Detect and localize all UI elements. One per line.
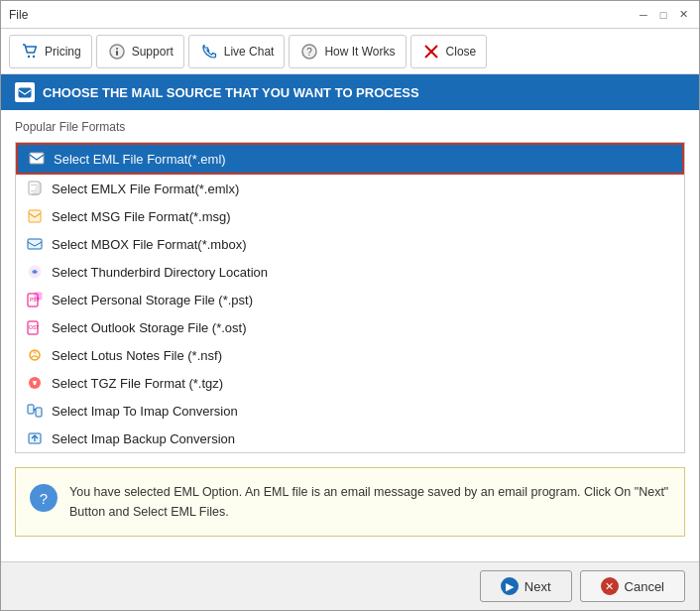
file-item-lotus[interactable]: Select Lotus Notes File (*.nsf) [16,341,684,369]
phone-icon [199,42,219,61]
svg-rect-25 [28,405,34,414]
toolbar: Pricing Support Live Chat [1,29,699,74]
imap-conv-label: Select Imap To Imap Conversion [52,404,238,419]
file-item-eml[interactable]: Select EML File Format(*.eml) [16,143,684,175]
cancel-button[interactable]: ✕ Cancel [580,570,685,602]
cancel-label: Cancel [625,579,664,594]
header-text: CHOOSE THE MAIL SOURCE THAT YOU WANT TO … [43,85,419,100]
info-box: ? You have selected EML Option. An EML f… [15,467,685,537]
live-chat-label: Live Chat [224,45,275,59]
info-circle-icon: ? [30,484,58,512]
close-button[interactable]: Close [410,35,488,68]
emlx-label: Select EMLX File Format(*.emlx) [52,182,239,196]
live-chat-button[interactable]: Live Chat [188,35,286,68]
svg-rect-15 [28,239,42,249]
cart-icon [20,42,40,61]
info-text: You have selected EML Option. An EML fil… [69,482,670,522]
ost-icon: OST [26,318,44,336]
close-label: Close [446,45,477,59]
mbox-label: Select MBOX File Format(*.mbox) [52,237,247,252]
thunderbird-label: Select Thunderbird Directory Location [52,265,268,280]
imap-conv-icon [26,402,44,420]
imap-backup-icon [26,429,44,447]
thunderbird-icon [26,263,44,281]
file-item-imap-conv[interactable]: Select Imap To Imap Conversion [16,397,684,425]
support-label: Support [132,45,174,59]
file-item-ost[interactable]: OST Select Outlook Storage File (*.ost) [16,313,684,341]
file-list: Select EML File Format(*.eml) Select EML… [15,142,685,453]
x-plane-icon [421,42,441,61]
svg-text:?: ? [307,47,313,58]
tgz-icon [26,374,44,392]
pricing-button[interactable]: Pricing [9,35,92,68]
pricing-label: Pricing [45,45,81,59]
msg-icon [26,207,44,225]
lotus-label: Select Lotus Notes File (*.nsf) [52,348,222,363]
main-content: Popular File Formats Select EML File For… [1,110,699,561]
main-window: File ─ □ ✕ Pricing [0,0,700,611]
circle-info-icon [107,42,127,61]
next-button[interactable]: ▶ Next [480,570,572,602]
svg-point-23 [33,350,37,354]
ost-label: Select Outlook Storage File (*.ost) [52,320,247,335]
file-item-tgz[interactable]: Select TGZ File Format (*.tgz) [16,369,684,397]
file-item-mbox[interactable]: Select MBOX File Format(*.mbox) [16,230,684,258]
section-label: Popular File Formats [15,120,685,134]
svg-point-0 [28,55,30,57]
how-it-works-button[interactable]: ? How It Works [289,35,406,68]
cancel-icon: ✕ [601,577,619,595]
support-button[interactable]: Support [96,35,184,68]
close-window-button[interactable]: ✕ [675,7,691,23]
how-it-works-label: How It Works [324,45,395,59]
svg-rect-9 [19,88,31,97]
emlx-icon [26,180,44,197]
eml-icon [28,150,46,168]
svg-rect-10 [30,153,44,164]
next-label: Next [525,579,551,594]
maximize-button[interactable]: □ [655,7,671,23]
svg-rect-14 [29,210,41,222]
tgz-label: Select TGZ File Format (*.tgz) [52,376,223,391]
window-controls: ─ □ ✕ [636,7,691,23]
pst-icon: PST [26,291,44,308]
question-icon: ? [299,42,319,61]
minimize-button[interactable]: ─ [636,7,651,23]
imap-backup-label: Select Imap Backup Conversion [52,431,235,446]
svg-rect-26 [36,408,42,417]
file-item-imap-backup[interactable]: Select Imap Backup Conversion [16,425,684,452]
pst-label: Select Personal Storage File (*.pst) [52,293,253,307]
window-title: File [9,8,28,22]
svg-point-1 [33,55,35,57]
svg-point-3 [116,48,118,50]
footer: ▶ Next ✕ Cancel [1,561,699,610]
svg-rect-4 [116,51,118,56]
title-bar: File ─ □ ✕ [1,1,699,29]
lotus-icon [26,346,44,364]
file-item-pst[interactable]: PST Select Personal Storage File (*.pst) [16,286,684,313]
msg-label: Select MSG File Format(*.msg) [52,209,231,224]
eml-label: Select EML File Format(*.eml) [54,152,226,167]
file-item-emlx[interactable]: Select EMLX File Format(*.emlx) [16,175,684,202]
header-icon [15,82,35,102]
mbox-icon [26,235,44,253]
svg-rect-13 [31,184,37,185]
header-bar: CHOOSE THE MAIL SOURCE THAT YOU WANT TO … [1,74,699,110]
svg-text:OST: OST [29,324,39,330]
svg-text:PST: PST [30,297,40,303]
next-icon: ▶ [501,577,519,595]
file-item-thunderbird[interactable]: Select Thunderbird Directory Location [16,258,684,286]
file-item-msg[interactable]: Select MSG File Format(*.msg) [16,202,684,230]
